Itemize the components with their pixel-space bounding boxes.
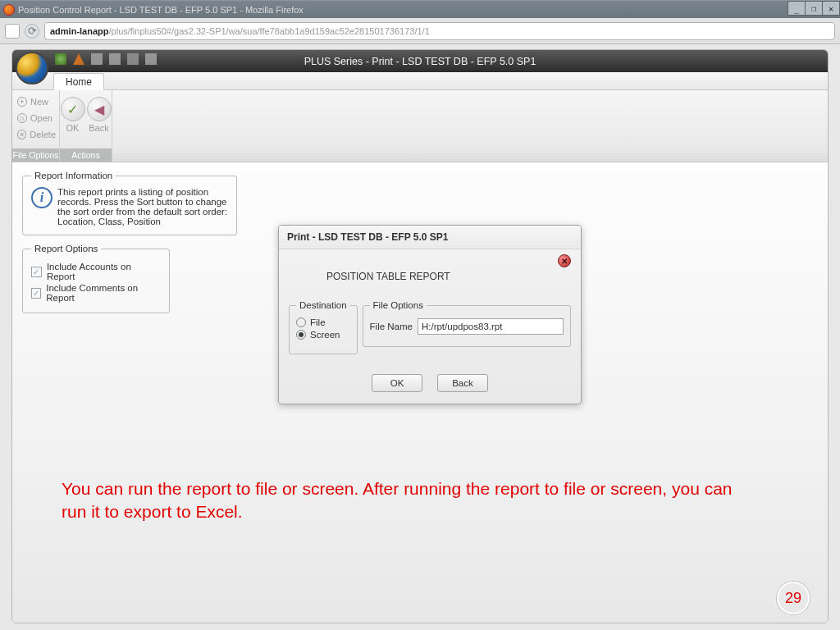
file-options-legend: File Options — [370, 300, 427, 310]
firefox-icon — [3, 4, 15, 16]
ok-button[interactable]: ✓ OK — [61, 97, 85, 133]
url-path: /plus/finplus50#/gas2.32-SP1/wa/sua/ffe7… — [109, 26, 430, 36]
print-dialog: Print - LSD TEST DB - EFP 5.0 SP1 ✕ POSI… — [278, 225, 582, 404]
app-logo-icon — [16, 52, 48, 84]
browser-address-bar: ⟳ admin-lanapp/plus/finplus50#/gas2.32-S… — [0, 18, 840, 44]
include-comments-checkbox[interactable]: ✓ Include Comments on Report — [31, 283, 161, 303]
destination-group: Destination File Screen — [289, 300, 358, 354]
report-options-group: Report Options ✓ Include Accounts on Rep… — [22, 244, 170, 313]
file-name-input[interactable] — [418, 318, 564, 335]
annotation-text: You can run the report to file or screen… — [62, 477, 754, 524]
dialog-close-button[interactable]: ✕ — [558, 254, 571, 267]
checkbox-icon: ✓ — [31, 267, 42, 277]
back-arrow-icon: ◀ — [94, 102, 104, 117]
checkbox-icon: ✓ — [31, 288, 41, 299]
include-accounts-checkbox[interactable]: ✓ Include Accounts on Report — [31, 262, 161, 281]
window-close-button[interactable]: ✕ — [822, 1, 840, 16]
back-button[interactable]: ◀ Back — [87, 97, 112, 133]
tab-strip: Home — [12, 72, 828, 90]
toolbar-icon[interactable] — [145, 53, 157, 65]
group-label-file-options: File Options — [12, 148, 59, 162]
window-title: Position Control Report - LSD TEST DB - … — [18, 5, 304, 15]
url-host: admin-lanapp — [50, 26, 109, 36]
toolbar-icon[interactable] — [73, 53, 84, 65]
tab-home[interactable]: Home — [53, 73, 104, 90]
radio-icon — [296, 317, 306, 327]
plus-icon: + — [17, 97, 27, 107]
ribbon-group-actions: ✓ OK ◀ Back Actions — [60, 90, 112, 162]
url-input[interactable]: admin-lanapp/plus/finplus50#/gas2.32-SP1… — [44, 22, 835, 40]
destination-file-radio[interactable]: File — [296, 317, 350, 327]
report-options-legend: Report Options — [31, 244, 101, 253]
info-icon: i — [31, 187, 52, 208]
open-button[interactable]: ○Open — [16, 110, 56, 126]
toolbar-icon[interactable] — [127, 53, 139, 65]
group-label-actions: Actions — [60, 148, 112, 162]
report-information-text: This report prints a listing of position… — [57, 187, 228, 226]
reload-button[interactable]: ⟳ — [25, 24, 39, 39]
radio-icon — [296, 330, 306, 340]
destination-screen-radio[interactable]: Screen — [296, 330, 350, 340]
dialog-heading: POSITION TABLE REPORT — [326, 271, 571, 282]
quick-toolbar — [55, 53, 157, 65]
dialog-ok-button[interactable]: OK — [372, 374, 422, 392]
report-information-legend: Report Information — [31, 171, 116, 180]
delete-icon: × — [17, 130, 26, 139]
ribbon: +New ○Open ×Delete File Options ✓ OK ◀ B… — [12, 90, 828, 162]
file-name-label: File Name — [370, 322, 413, 331]
report-information-group: Report Information i This report prints … — [22, 171, 237, 235]
check-icon: ✓ — [67, 102, 78, 117]
dialog-title: Print - LSD TEST DB - EFP 5.0 SP1 — [279, 226, 581, 249]
app-titlebar: PLUS Series - Print - LSD TEST DB - EFP … — [12, 50, 828, 72]
page-icon — [5, 24, 20, 39]
destination-legend: Destination — [296, 300, 350, 310]
page-number-badge: 29 — [777, 582, 810, 614]
open-icon: ○ — [17, 113, 27, 123]
toolbar-icon[interactable] — [55, 53, 66, 65]
toolbar-icon[interactable] — [109, 53, 121, 65]
toolbar-icon[interactable] — [91, 53, 103, 65]
app-window: PLUS Series - Print - LSD TEST DB - EFP … — [11, 49, 829, 623]
main-body: Report Information i This report prints … — [12, 171, 828, 623]
window-minimize-button[interactable]: _ — [788, 1, 806, 16]
dialog-back-button[interactable]: Back — [437, 374, 488, 392]
window-restore-button[interactable]: ❐ — [805, 1, 823, 16]
ribbon-group-file-options: +New ○Open ×Delete File Options — [12, 90, 60, 162]
new-button[interactable]: +New — [16, 94, 56, 110]
file-options-group: File Options File Name — [363, 300, 571, 347]
browser-titlebar: Position Control Report - LSD TEST DB - … — [0, 0, 840, 18]
delete-button[interactable]: ×Delete — [16, 126, 56, 143]
